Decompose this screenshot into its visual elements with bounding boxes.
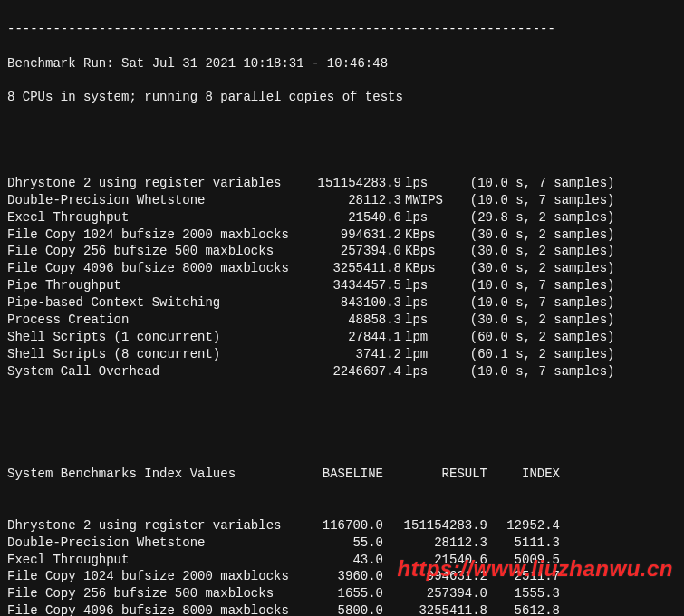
test-note: (29.8 s, 2 samples) — [470, 209, 615, 226]
test-value: 28112.3 — [297, 192, 401, 209]
test-note: (10.0 s, 7 samples) — [470, 175, 615, 192]
index-row: File Copy 1024 bufsize 2000 maxblocks396… — [7, 568, 677, 585]
test-value: 27844.1 — [297, 329, 401, 346]
test-unit: lps — [401, 312, 455, 329]
index-baseline: 55.0 — [297, 534, 383, 552]
index-result: 994631.2 — [383, 568, 487, 585]
index-header-result: RESULT — [383, 466, 487, 483]
test-note: (10.0 s, 7 samples) — [470, 277, 615, 294]
test-name: File Copy 4096 bufsize 8000 maxblocks — [7, 260, 297, 277]
test-unit: KBps — [401, 226, 455, 244]
index-row: Double-Precision Whetstone55.028112.3511… — [7, 534, 677, 552]
index-value: 2511.7 — [487, 568, 560, 585]
test-unit: lps — [401, 277, 455, 294]
test-note: (30.0 s, 2 samples) — [470, 260, 615, 277]
index-baseline: 5800.0 — [297, 602, 383, 616]
index-test-name: Double-Precision Whetstone — [7, 534, 297, 552]
test-name: Pipe Throughput — [7, 277, 297, 294]
test-unit: lps — [401, 294, 455, 312]
test-unit: lps — [401, 209, 455, 226]
test-unit: MWIPS — [401, 192, 455, 209]
index-value: 5111.3 — [487, 534, 560, 552]
cpu-info-line: 8 CPUs in system; running 8 parallel cop… — [7, 89, 677, 106]
test-value: 3741.2 — [297, 346, 401, 363]
index-value: 1555.3 — [487, 585, 560, 602]
index-row: Execl Throughput43.021540.65009.5 — [7, 552, 677, 569]
test-row: Pipe-based Context Switching843100.3lps … — [7, 294, 677, 312]
index-result: 257394.0 — [383, 585, 487, 602]
test-note: (10.0 s, 7 samples) — [470, 294, 615, 312]
index-value: 5009.5 — [487, 552, 560, 569]
index-test-name: File Copy 256 bufsize 500 maxblocks — [7, 585, 297, 602]
index-baseline: 3960.0 — [297, 568, 383, 585]
test-row: File Copy 1024 bufsize 2000 maxblocks994… — [7, 226, 677, 244]
index-test-name: Dhrystone 2 using register variables — [7, 517, 297, 534]
test-row: System Call Overhead2246697.4lps (10.0 s… — [7, 363, 677, 380]
test-row: Process Creation48858.3lps (30.0 s, 2 sa… — [7, 312, 677, 329]
test-row: File Copy 256 bufsize 500 maxblocks25739… — [7, 243, 677, 260]
test-value: 843100.3 — [297, 294, 401, 312]
index-result: 21540.6 — [383, 552, 487, 569]
test-name: System Call Overhead — [7, 363, 297, 380]
test-value: 257394.0 — [297, 243, 401, 260]
test-note: (60.1 s, 2 samples) — [470, 346, 615, 363]
test-row: Execl Throughput21540.6lps (29.8 s, 2 sa… — [7, 209, 677, 226]
index-baseline: 1655.0 — [297, 585, 383, 602]
test-unit: lps — [401, 363, 455, 380]
test-note: (30.0 s, 2 samples) — [470, 243, 615, 260]
test-value: 3434457.5 — [297, 277, 401, 294]
index-test-name: Execl Throughput — [7, 552, 297, 569]
test-value: 994631.2 — [297, 226, 401, 244]
test-name: Shell Scripts (8 concurrent) — [7, 346, 297, 363]
index-test-name: File Copy 4096 bufsize 8000 maxblocks — [7, 602, 297, 616]
test-unit: KBps — [401, 243, 455, 260]
test-unit: lpm — [401, 346, 455, 363]
index-result: 28112.3 — [383, 534, 487, 552]
test-value: 21540.6 — [297, 209, 401, 226]
divider-line: ----------------------------------------… — [7, 21, 677, 38]
test-value: 2246697.4 — [297, 363, 401, 380]
test-name: File Copy 256 bufsize 500 maxblocks — [7, 243, 297, 260]
test-note: (10.0 s, 7 samples) — [470, 363, 615, 380]
test-name: Process Creation — [7, 312, 297, 329]
test-row: File Copy 4096 bufsize 8000 maxblocks325… — [7, 260, 677, 277]
index-result: 3255411.8 — [383, 602, 487, 616]
test-name: File Copy 1024 bufsize 2000 maxblocks — [7, 226, 297, 244]
index-header-index: INDEX — [487, 466, 560, 483]
index-baseline: 116700.0 — [297, 517, 383, 534]
test-unit: lpm — [401, 329, 455, 346]
index-test-name: File Copy 1024 bufsize 2000 maxblocks — [7, 568, 297, 585]
index-row: File Copy 4096 bufsize 8000 maxblocks580… — [7, 602, 677, 616]
test-note: (60.0 s, 2 samples) — [470, 329, 615, 346]
index-result: 151154283.9 — [383, 517, 487, 534]
test-note: (10.0 s, 7 samples) — [470, 192, 615, 209]
test-note: (30.0 s, 2 samples) — [470, 226, 615, 244]
index-table-block: Dhrystone 2 using register variables1167… — [7, 517, 677, 616]
index-value: 5612.8 — [487, 602, 560, 616]
index-row: Dhrystone 2 using register variables1167… — [7, 517, 677, 534]
index-baseline: 43.0 — [297, 552, 383, 569]
index-value: 12952.4 — [487, 517, 560, 534]
test-unit: lps — [401, 175, 455, 192]
benchmark-run-line: Benchmark Run: Sat Jul 31 2021 10:18:31 … — [7, 55, 677, 72]
blank-line — [7, 123, 677, 140]
test-name: Dhrystone 2 using register variables — [7, 175, 297, 192]
test-row: Shell Scripts (8 concurrent)3741.2lpm (6… — [7, 346, 677, 363]
test-value: 151154283.9 — [297, 175, 401, 192]
test-row: Dhrystone 2 using register variables1511… — [7, 175, 677, 192]
test-unit: KBps — [401, 260, 455, 277]
test-name: Double-Precision Whetstone — [7, 192, 297, 209]
test-value: 48858.3 — [297, 312, 401, 329]
test-row: Double-Precision Whetstone28112.3MWIPS (… — [7, 192, 677, 209]
test-name: Pipe-based Context Switching — [7, 294, 297, 312]
test-name: Shell Scripts (1 concurrent) — [7, 329, 297, 346]
blank-line — [7, 414, 677, 431]
index-header-row: System Benchmarks Index ValuesBASELINERE… — [7, 466, 677, 483]
test-results-block: Dhrystone 2 using register variables1511… — [7, 175, 677, 380]
test-row: Shell Scripts (1 concurrent)27844.1lpm (… — [7, 329, 677, 346]
test-row: Pipe Throughput3434457.5lps (10.0 s, 7 s… — [7, 277, 677, 294]
test-value: 3255411.8 — [297, 260, 401, 277]
index-header-title: System Benchmarks Index Values — [7, 466, 297, 483]
test-name: Execl Throughput — [7, 209, 297, 226]
terminal-output: ----------------------------------------… — [0, 0, 684, 616]
